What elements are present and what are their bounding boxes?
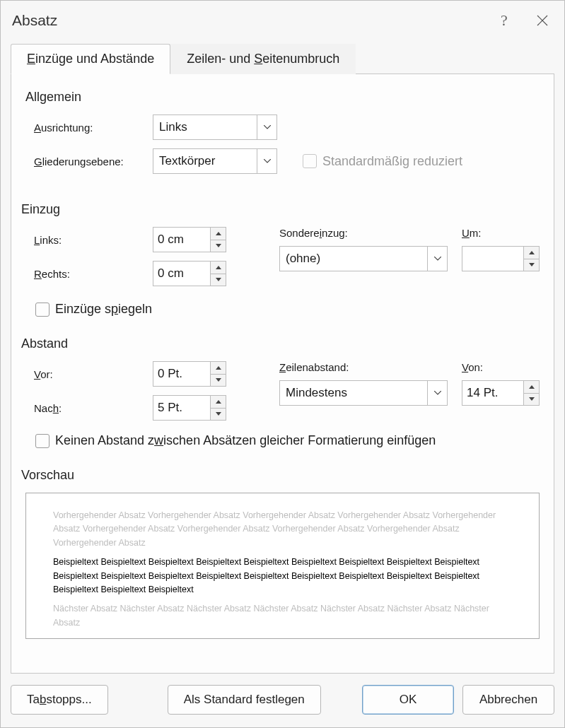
spinner-up-icon[interactable]	[211, 396, 226, 409]
checkbox-icon	[35, 434, 49, 448]
outline-level-dropdown[interactable]: Textkörper	[153, 148, 277, 174]
dialog-footer: Tabstopps... Als Standard festlegen OK A…	[1, 674, 564, 727]
row-alignment: Ausrichtung: Links	[25, 115, 540, 140]
indent-left-spinner[interactable]: 0 cm	[153, 227, 226, 252]
help-button[interactable]: ?	[485, 6, 523, 35]
preview-prev-paragraph: Vorhergehender Absatz Vorhergehender Abs…	[53, 509, 512, 550]
special-indent-dropdown[interactable]: (ohne)	[279, 246, 448, 271]
line-spacing-label: Zeilenabstand:	[279, 361, 462, 373]
chevron-down-icon	[427, 381, 447, 405]
section-general-title: Allgemein	[25, 90, 540, 105]
tab-bar: Einzüge und Abstände Zeilen- und Seitenu…	[11, 43, 554, 74]
space-after-label: Nach:	[25, 402, 153, 414]
collapsed-by-default-checkbox: Standardmäßig reduziert	[293, 154, 462, 169]
indent-by-spinner[interactable]	[462, 246, 540, 271]
outline-label: Gliederungsebene:	[25, 155, 153, 168]
section-spacing-title: Abstand	[21, 336, 540, 351]
space-after-spinner[interactable]: 5 Pt.	[153, 395, 226, 421]
row-outline-level: Gliederungsebene: Textkörper Standardmäß…	[25, 148, 540, 174]
alignment-label: Ausrichtung:	[25, 122, 153, 134]
preview-box: Vorhergehender Absatz Vorhergehender Abs…	[25, 493, 540, 639]
dialog-title: Absatz	[12, 12, 485, 29]
spinner-down-icon[interactable]	[524, 259, 539, 271]
no-space-same-style-checkbox[interactable]: Keinen Abstand zwischen Absätzen gleiche…	[25, 433, 540, 448]
close-icon	[537, 15, 548, 26]
preview-sample-text: Beispieltext Beispieltext Beispieltext B…	[53, 556, 512, 597]
tab-panel: Allgemein Ausrichtung: Links Gliederungs…	[11, 74, 554, 674]
indent-right-label: Rechts:	[25, 268, 153, 280]
space-before-spinner[interactable]: 0 Pt.	[153, 361, 226, 387]
spinner-down-icon[interactable]	[211, 240, 226, 252]
spinner-down-icon[interactable]	[211, 274, 226, 286]
spinner-up-icon[interactable]	[211, 228, 226, 240]
tabs-button[interactable]: Tabstopps...	[11, 685, 108, 715]
spinner-up-icon[interactable]	[211, 362, 226, 375]
spinner-up-icon[interactable]	[524, 381, 539, 394]
spinner-down-icon[interactable]	[524, 394, 539, 406]
chevron-down-icon	[427, 247, 447, 271]
spinner-down-icon[interactable]	[211, 375, 226, 387]
special-indent-label: Sondereinzug:	[279, 227, 462, 239]
section-preview-title: Vorschau	[21, 468, 540, 483]
cancel-button[interactable]: Abbrechen	[462, 685, 554, 715]
line-spacing-at-label: Von:	[462, 361, 483, 373]
line-spacing-dropdown[interactable]: Mindestens	[279, 380, 448, 406]
chevron-down-icon	[257, 149, 276, 173]
indent-left-label: Links:	[25, 234, 153, 246]
line-spacing-at-spinner[interactable]: 14 Pt.	[462, 380, 540, 406]
section-indent-title: Einzug	[21, 202, 540, 217]
tab-indents-spacing[interactable]: Einzüge und Abstände	[11, 44, 170, 74]
space-before-label: Vor:	[25, 368, 153, 380]
alignment-dropdown[interactable]: Links	[153, 115, 277, 140]
spinner-up-icon[interactable]	[524, 247, 539, 259]
title-bar: Absatz ?	[1, 1, 564, 36]
checkbox-icon	[35, 303, 49, 317]
chevron-down-icon	[257, 115, 276, 139]
spinner-up-icon[interactable]	[211, 262, 226, 274]
indent-right-spinner[interactable]: 0 cm	[153, 261, 226, 286]
spinner-down-icon[interactable]	[211, 409, 226, 421]
mirror-indents-checkbox[interactable]: Einzüge spiegeln	[25, 302, 540, 317]
preview-next-paragraph: Nächster Absatz Nächster Absatz Nächster…	[53, 602, 512, 630]
indent-by-label: Um:	[462, 227, 482, 239]
ok-button[interactable]: OK	[362, 685, 454, 715]
paragraph-dialog: Absatz ? Einzüge und Abstände Zeilen- un…	[0, 0, 565, 728]
dialog-content: Einzüge und Abstände Zeilen- und Seitenu…	[1, 36, 564, 674]
tab-line-page-breaks[interactable]: Zeilen- und Seitenumbruch	[170, 44, 356, 74]
checkbox-icon	[303, 154, 317, 168]
set-as-default-button[interactable]: Als Standard festlegen	[168, 685, 321, 715]
indent-columns: Links: 0 cm Rechts: 0 cm	[25, 227, 540, 295]
spacing-columns: Vor: 0 Pt. Nach: 5 Pt.	[25, 361, 540, 429]
close-button[interactable]	[523, 6, 561, 35]
